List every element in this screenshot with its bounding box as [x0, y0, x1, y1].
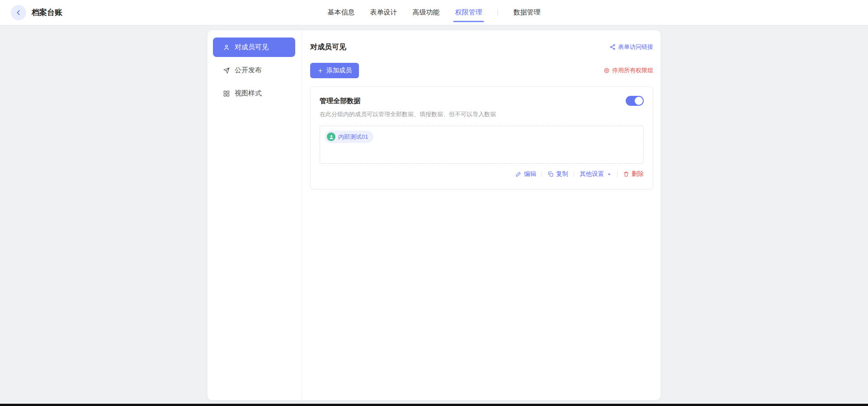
form-access-link-label: 表单访问链接 [618, 43, 653, 51]
tab-permissions[interactable]: 权限管理 [455, 0, 482, 25]
sidebar-item-view-style[interactable]: 视图样式 [213, 84, 295, 103]
grid-icon [223, 90, 230, 97]
delete-label: 删除 [632, 170, 644, 178]
add-member-label: 添加成员 [326, 66, 352, 75]
action-divider [574, 171, 574, 177]
other-settings-button[interactable]: 其他设置 [580, 170, 612, 178]
sidebar-item-label: 公开发布 [235, 66, 262, 75]
panel-sidebar: 对成员可见 公开发布 视图样式 [208, 30, 302, 400]
sidebar-item-visible-to-members[interactable]: 对成员可见 [213, 38, 295, 57]
sidebar-item-label: 视图样式 [235, 89, 262, 98]
member-name: 内部测试01 [338, 133, 368, 141]
group-actions: 编辑 复制 其他设置 [320, 170, 644, 178]
copy-icon [547, 171, 554, 177]
sidebar-item-public-publish[interactable]: 公开发布 [213, 61, 295, 80]
plus-icon [317, 68, 323, 74]
delete-button[interactable]: 删除 [623, 170, 644, 178]
bottom-edge-bar [0, 404, 868, 406]
panel-content: 对成员可见 表单访问链接 添加成员 [302, 30, 660, 400]
other-settings-label: 其他设置 [580, 170, 604, 178]
disable-all-label: 停用所有权限组 [612, 66, 653, 75]
toolbar: 添加成员 停用所有权限组 [310, 63, 653, 78]
tab-form-design[interactable]: 表单设计 [370, 0, 397, 25]
permissions-panel: 对成员可见 公开发布 视图样式 对成员可见 [208, 30, 660, 400]
tab-divider [498, 9, 498, 16]
main-area: 对成员可见 公开发布 视图样式 对成员可见 [0, 25, 868, 406]
chevron-left-icon [15, 9, 22, 16]
action-divider [542, 171, 542, 177]
edit-label: 编辑 [524, 170, 536, 178]
tab-advanced[interactable]: 高级功能 [413, 0, 440, 25]
back-button[interactable] [11, 5, 26, 20]
permission-group-card: 管理全部数据 在此分组内的成员可以管理全部数据、填报数据、但不可以导入数据 内部… [310, 86, 653, 189]
tab-basic-info[interactable]: 基本信息 [328, 0, 355, 25]
caret-down-icon [607, 172, 612, 177]
app-header: 档案台账 基本信息 表单设计 高级功能 权限管理 数据管理 [0, 0, 868, 25]
group-description: 在此分组内的成员可以管理全部数据、填报数据、但不可以导入数据 [320, 110, 644, 118]
member-avatar [327, 132, 335, 141]
member-list-box[interactable]: 内部测试01 [320, 126, 644, 164]
group-card-header: 管理全部数据 [320, 96, 644, 106]
share-icon [609, 44, 616, 50]
content-header: 对成员可见 表单访问链接 [310, 30, 653, 58]
disable-circle-icon [604, 67, 610, 74]
nav-tabs: 基本信息 表单设计 高级功能 权限管理 数据管理 [328, 0, 541, 25]
trash-icon [623, 171, 629, 177]
copy-button[interactable]: 复制 [547, 170, 568, 178]
content-title: 对成员可见 [310, 42, 346, 52]
add-member-button[interactable]: 添加成员 [310, 63, 359, 78]
user-icon [223, 44, 230, 51]
action-divider [617, 171, 618, 177]
edit-button[interactable]: 编辑 [515, 170, 536, 178]
form-access-link[interactable]: 表单访问链接 [609, 43, 653, 51]
group-title: 管理全部数据 [320, 97, 360, 105]
tab-data-management[interactable]: 数据管理 [514, 0, 541, 25]
page-title: 档案台账 [32, 7, 62, 18]
toggle-knob [635, 97, 643, 105]
send-icon [223, 67, 230, 74]
sidebar-item-label: 对成员可见 [235, 43, 269, 52]
group-enabled-toggle[interactable] [626, 96, 644, 106]
pencil-icon [515, 171, 522, 177]
copy-label: 复制 [556, 170, 568, 178]
disable-all-permission-groups-button[interactable]: 停用所有权限组 [604, 66, 653, 75]
member-chip[interactable]: 内部测试01 [325, 131, 373, 143]
